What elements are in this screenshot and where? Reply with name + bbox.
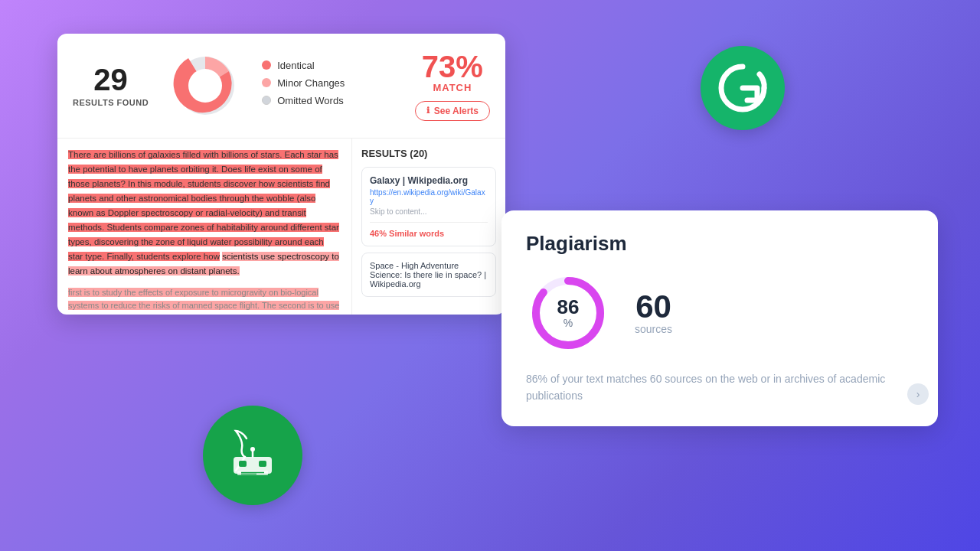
- legend-dot-minor: [262, 78, 271, 87]
- text-faded: first is to study the effects of exposur…: [68, 286, 341, 315]
- results-count-section: 29 RESULTS FOUND: [73, 64, 149, 107]
- turnitin-header: 29 RESULTS FOUND Identical: [57, 34, 505, 139]
- grammarly-icon[interactable]: [701, 46, 785, 130]
- plagiarism-stats: 86 % 60 sources: [526, 271, 913, 355]
- results-panel-title: RESULTS (20): [361, 148, 496, 159]
- results-label: RESULTS FOUND: [73, 98, 149, 107]
- grammarly-logo-svg: [715, 60, 770, 116]
- donut-chart: 86 %: [526, 271, 610, 355]
- plagiarism-description: 86% of your text matches 60 sources on t…: [526, 370, 913, 405]
- legend-item-minor: Minor Changes: [262, 77, 397, 89]
- robot-svg: [222, 425, 283, 486]
- pie-chart-svg: [167, 47, 243, 124]
- svg-rect-4: [259, 461, 266, 467]
- results-number: 29: [73, 64, 149, 95]
- result-source-title-2: Space - High Adventure Science: Is there…: [370, 261, 488, 289]
- sources-label: sources: [635, 323, 672, 335]
- plagiarism-title: Plagiarism: [526, 232, 913, 256]
- result-similarity-1: 46% Similar words: [370, 222, 488, 238]
- svg-point-1: [188, 69, 222, 103]
- sources-section: 60 sources: [635, 291, 672, 335]
- turnitin-panel: 29 RESULTS FOUND Identical: [57, 34, 505, 315]
- match-label: MATCH: [415, 82, 490, 93]
- info-icon: ℹ: [426, 106, 430, 116]
- donut-symbol: %: [557, 317, 580, 329]
- sources-number: 60: [635, 291, 672, 323]
- legend-label-minor: Minor Changes: [277, 77, 345, 89]
- result-url-1[interactable]: https://en.wikipedia.org/wiki/Galaxy: [370, 188, 488, 205]
- match-section: 73% MATCH ℹ See Alerts: [415, 51, 490, 121]
- legend-label-identical: Identical: [277, 60, 314, 71]
- see-alerts-button[interactable]: ℹ See Alerts: [415, 101, 490, 121]
- highlighted-text-main: There are billions of galaxies filled wi…: [68, 150, 339, 261]
- robot-icon-container: [203, 406, 302, 505]
- legend-item-identical: Identical: [262, 60, 397, 71]
- results-panel: RESULTS (20) Galaxy | Wikipedia.org http…: [352, 139, 505, 315]
- donut-percent-value: 86: [557, 297, 580, 317]
- result-skip-1: Skip to content...: [370, 207, 488, 216]
- turnitin-content: There are billions of galaxies filled wi…: [57, 139, 505, 315]
- pie-chart: [167, 47, 243, 124]
- legend: Identical Minor Changes Omitted Words: [262, 60, 397, 112]
- text-panel: There are billions of galaxies filled wi…: [57, 139, 352, 315]
- result-source-title-1: Galaxy | Wikipedia.org: [370, 175, 488, 186]
- chevron-right-icon[interactable]: ›: [907, 383, 929, 405]
- legend-dot-omitted: [262, 96, 271, 105]
- svg-rect-3: [239, 461, 247, 467]
- legend-label-omitted: Omitted Words: [277, 95, 343, 106]
- result-card-1[interactable]: Galaxy | Wikipedia.org https://en.wikipe…: [361, 167, 496, 246]
- svg-point-9: [250, 447, 255, 452]
- plagiarism-panel: Plagiarism 86 % 60 sources 86% of your t…: [501, 210, 938, 426]
- donut-center: 86 %: [557, 297, 580, 329]
- match-percent: 73%: [415, 51, 490, 82]
- see-alerts-label: See Alerts: [434, 106, 479, 116]
- legend-item-omitted: Omitted Words: [262, 95, 397, 106]
- legend-dot-identical: [262, 60, 271, 70]
- result-card-2[interactable]: Space - High Adventure Science: Is there…: [361, 253, 496, 297]
